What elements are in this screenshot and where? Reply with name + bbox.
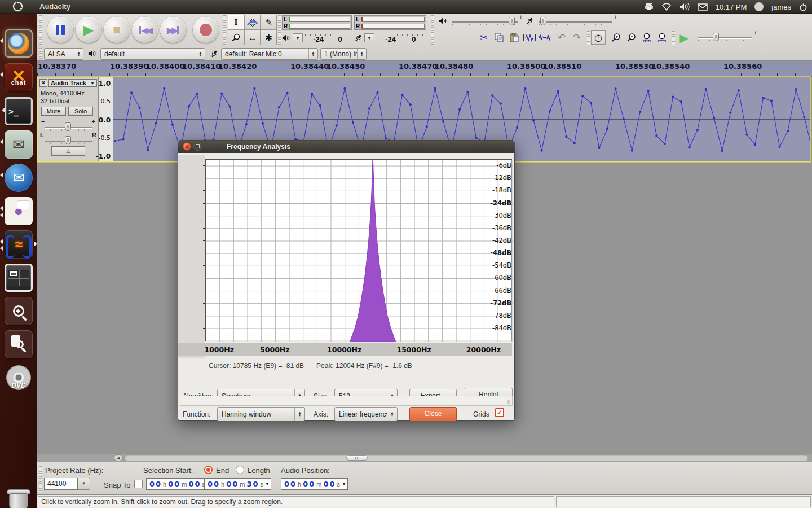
device-toolbar-grip[interactable] [39, 48, 42, 59]
transcription-toolbar-grip[interactable] [672, 31, 675, 45]
skip-to-start-button[interactable]: ◀◀ [132, 17, 158, 43]
skip-to-end-button[interactable]: ▶▶ [160, 17, 186, 43]
audio-host-select[interactable]: ALSA▲▼ [44, 48, 83, 60]
length-radio[interactable] [236, 466, 244, 474]
play-button[interactable]: ▶ [76, 17, 102, 43]
transport-toolbar-grip[interactable] [39, 15, 42, 45]
zoom-tool-button[interactable] [228, 30, 244, 45]
pause-icon [56, 25, 65, 35]
function-select[interactable]: Hanning window▲▼ [217, 407, 305, 421]
spectrum-plot[interactable] [205, 159, 512, 341]
multi-tool-button[interactable]: ✱ [261, 30, 277, 45]
track-collapse-button[interactable]: △ [51, 146, 85, 156]
track-close-button[interactable]: ✕ [39, 79, 47, 87]
input-volume-slider[interactable]: + [539, 16, 612, 28]
selection-toolbar-grip[interactable] [39, 465, 42, 492]
dialog-close-icon[interactable]: ✕ [183, 142, 191, 151]
gain-slider[interactable]: –+ [45, 121, 92, 134]
edit-toolbar-grip[interactable] [587, 31, 590, 45]
selection-start-field[interactable]: 00h00m00s▼ [146, 478, 213, 490]
audio-position-field[interactable]: 00h00m00s▼ [281, 478, 348, 490]
username[interactable]: james [771, 3, 791, 11]
undo-button[interactable]: ↶ [554, 30, 569, 45]
paste-button[interactable] [507, 30, 522, 45]
draw-tool-button[interactable]: ✎ [261, 15, 277, 30]
power-icon[interactable] [799, 3, 807, 11]
selection-tool-button[interactable]: I [228, 15, 244, 30]
axis-select[interactable]: Linear frequency▲▼ [334, 407, 398, 421]
zoom-in-button[interactable] [609, 30, 624, 45]
play-at-speed-button[interactable]: ▶ [677, 30, 691, 45]
timeshift-tool-button[interactable]: ↔ [244, 30, 261, 45]
zoom-out-button[interactable] [624, 30, 639, 45]
db-axis-tick [203, 203, 205, 204]
scroll-left-button[interactable]: ◀ [114, 454, 123, 461]
stop-button[interactable]: ■ [104, 17, 130, 43]
fit-selection-button[interactable] [639, 30, 654, 45]
terminal-icon[interactable]: >_ [5, 97, 33, 125]
clock[interactable]: 10:17 PM [716, 3, 747, 11]
cut-button[interactable]: ✂ [476, 30, 491, 45]
end-radio[interactable] [204, 466, 213, 474]
project-rate-select[interactable]: 44100▼ [44, 478, 90, 490]
xchat-icon[interactable]: ✕chat [5, 63, 33, 91]
playback-meter-dropdown[interactable]: ▼ [293, 33, 303, 42]
dialog-titlebar[interactable]: ✕ Frequency Analysis [178, 141, 514, 153]
selection-end-field[interactable]: 00h00m30s▼ [204, 478, 271, 490]
pidgin-icon[interactable]: ● [5, 197, 33, 225]
horizontal-scrollbar[interactable]: ◀ [37, 454, 812, 462]
scrollbar-thumb[interactable] [346, 455, 368, 461]
volume-icon[interactable] [679, 3, 690, 11]
grids-checkbox[interactable]: ✓ [495, 408, 504, 417]
dialog-maximize-icon[interactable] [193, 142, 202, 151]
solo-button[interactable]: Solo [68, 107, 93, 116]
record-button[interactable] [193, 17, 219, 43]
track-bitdepth-info: 32-bit float [41, 98, 69, 104]
envelope-tool-button[interactable] [244, 15, 261, 30]
playback-device-select[interactable]: default▲▼ [100, 48, 205, 60]
claws-mail-icon[interactable]: ✉ [5, 130, 33, 159]
workspace-switcher-icon[interactable] [5, 264, 33, 292]
mute-button[interactable]: Mute [41, 107, 66, 116]
recording-meter-dropdown[interactable]: ▼ [364, 33, 374, 42]
pause-button[interactable] [47, 17, 73, 43]
printer-icon[interactable] [645, 3, 654, 11]
document-viewer-icon[interactable] [5, 330, 33, 358]
db-axis-label: -24dB [489, 199, 511, 207]
timer-record-button[interactable]: ◷ [591, 30, 606, 45]
timeline-label: 10.38390 [110, 62, 148, 71]
recording-device-select[interactable]: default: Rear Mic:0▲▼ [221, 48, 318, 60]
frequency-axis-label: 15000Hz [396, 345, 431, 354]
ubuntu-logo-icon[interactable] [12, 1, 23, 12]
playback-speed-slider[interactable]: −+ [698, 32, 752, 44]
vertical-ruler[interactable]: 1.00.50.0-0.5-1.0 [99, 77, 113, 161]
redo-button[interactable]: ↷ [570, 30, 584, 45]
fit-project-button[interactable] [655, 30, 669, 45]
audacity-icon[interactable]: ≈ [5, 230, 33, 259]
output-volume-slider[interactable]: −+ [452, 16, 518, 28]
recording-meter[interactable]: L R [354, 15, 426, 30]
scrollbar-trough[interactable] [125, 454, 808, 461]
dialog-resize-strip[interactable] [180, 396, 513, 406]
playback-meter[interactable]: L R [282, 15, 352, 30]
thunderbird-icon[interactable]: ✉ [5, 164, 33, 192]
firefox-icon[interactable] [5, 29, 33, 58]
running-indicator [2, 108, 5, 112]
snap-to-checkbox[interactable] [134, 480, 143, 488]
tools-toolbar-grip[interactable] [223, 15, 226, 45]
recording-channels-select[interactable]: 1 (Mono) Inp▲▼ [320, 48, 367, 60]
mixer-toolbar-grip[interactable] [431, 15, 434, 45]
pan-slider[interactable]: LR [45, 135, 92, 147]
trim-audio-button[interactable] [522, 30, 537, 45]
zoom-in-icon[interactable]: + [5, 297, 33, 325]
network-icon[interactable] [661, 3, 672, 11]
timeline-ruler[interactable]: 10.3837010.3839010.3840010.3841010.38420… [37, 61, 812, 77]
track-title-menu[interactable]: Audio Track▼ [48, 79, 97, 87]
close-button[interactable]: Close [409, 407, 457, 421]
copy-button[interactable] [492, 30, 506, 45]
meter-toolbar-grip[interactable] [278, 15, 281, 45]
silence-audio-button[interactable] [537, 30, 552, 45]
mail-icon[interactable] [698, 3, 708, 11]
trash-icon[interactable] [5, 485, 33, 508]
dvd-icon[interactable]: DVD [5, 364, 33, 392]
